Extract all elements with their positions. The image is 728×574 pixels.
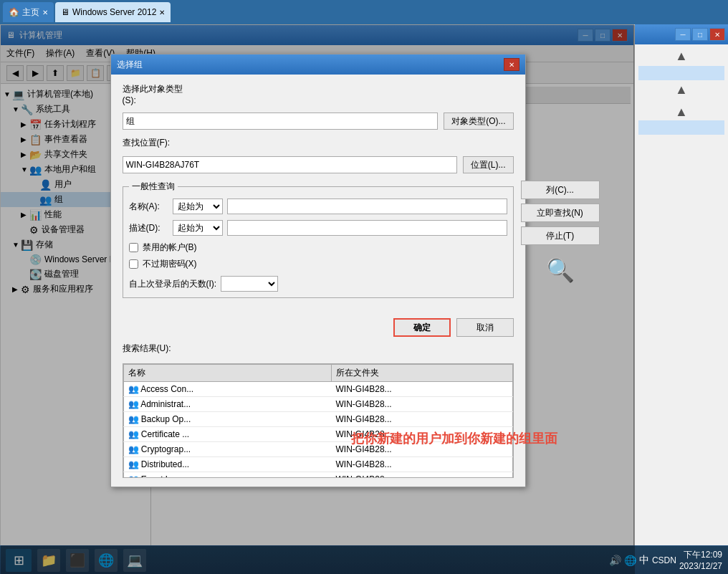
- home-icon: 🏠: [9, 7, 19, 17]
- disabled-account-row: 禁用的帐户(B): [129, 241, 507, 254]
- stop-button[interactable]: 停止(T): [521, 226, 600, 245]
- desc-query-label: 描述(D):: [129, 222, 168, 234]
- neverexpires-checkbox[interactable]: [129, 259, 138, 269]
- name-condition-select[interactable]: 起始为 完全相同: [173, 198, 223, 214]
- scroll-up-2[interactable]: ▲: [638, 105, 725, 120]
- right-close-btn[interactable]: ✕: [709, 28, 725, 41]
- magnifier-icon: 🔍: [546, 257, 575, 284]
- location-label: 查找位置(F):: [123, 137, 187, 149]
- scroll-down[interactable]: ▲: [638, 81, 725, 99]
- dialog-overlay: 选择组 ✕ 选择此对象类型(S): 对象类型(O)... 查找位置(F):: [1, 25, 635, 574]
- scroll-thumb-2[interactable]: [638, 120, 724, 135]
- results-row[interactable]: 👥 Event Log ...WIN-GI4B28...: [123, 472, 512, 479]
- right-minimize-btn[interactable]: ─: [675, 28, 691, 41]
- clock: 下午12:09 2023/12/27: [679, 549, 722, 571]
- results-row[interactable]: 👥 Certificate ...WIN-GI4B28...: [123, 427, 512, 442]
- results-col-name: 名称: [123, 365, 332, 382]
- object-type-label: 选择此对象类型(S):: [123, 83, 187, 105]
- dialog-body: 选择此对象类型(S): 对象类型(O)... 查找位置(F): 位置(L)...: [111, 75, 525, 307]
- desc-condition-select[interactable]: 起始为 完全相同: [173, 220, 223, 236]
- row-user-icon: 👥: [128, 474, 141, 478]
- row-user-icon: 👥: [128, 384, 141, 394]
- select-group-dialog: 选择组 ✕ 选择此对象类型(S): 对象类型(O)... 查找位置(F):: [110, 54, 526, 487]
- results-row[interactable]: 👥 Access Con...WIN-GI4B28...: [123, 382, 512, 397]
- search-now-button[interactable]: 立即查找(N): [521, 204, 600, 222]
- row-user-icon: 👥: [128, 429, 141, 439]
- neverexpires-row: 不过期密码(X): [129, 258, 507, 270]
- row-user-icon: 👥: [128, 399, 141, 409]
- search-results-label: 搜索结果(U):: [123, 343, 514, 355]
- tab-server[interactable]: 🖥 Windows Server 2012 ✕: [55, 2, 171, 22]
- days-row: 自上次登录后的天数(I):: [129, 276, 507, 292]
- results-row[interactable]: 👥 Backup Op...WIN-GI4B28...: [123, 412, 512, 427]
- disabled-account-label: 禁用的帐户(B): [143, 241, 197, 254]
- ok-button[interactable]: 确定: [393, 318, 451, 337]
- dialog-close-button[interactable]: ✕: [504, 58, 519, 71]
- right-action-buttons: 列(C)... 立即查找(N) 停止(T) 🔍: [521, 181, 600, 284]
- csdn-label: CSDN: [652, 555, 676, 565]
- desc-query-input[interactable]: [227, 220, 507, 236]
- days-label: 自上次登录后的天数(I):: [129, 278, 217, 290]
- name-query-label: 名称(A):: [129, 201, 168, 213]
- object-type-button[interactable]: 对象类型(O)...: [444, 113, 513, 130]
- location-label-row: 查找位置(F):: [123, 137, 514, 149]
- columns-button[interactable]: 列(C)...: [521, 181, 600, 199]
- object-type-input-row: 对象类型(O)...: [123, 113, 514, 130]
- general-query-fieldset: 一般性查询 名称(A): 起始为 完全相同 描述(D):: [123, 181, 514, 298]
- right-maximize-btn[interactable]: □: [692, 28, 708, 41]
- ime-icon: 中: [639, 554, 649, 567]
- cancel-button[interactable]: 取消: [456, 318, 514, 337]
- search-icon-container: 🔍: [521, 257, 600, 284]
- object-type-row: 选择此对象类型(S):: [123, 83, 514, 105]
- location-input[interactable]: [123, 156, 457, 173]
- location-input-row: 位置(L)...: [123, 156, 514, 173]
- results-row[interactable]: 👥 Administrat...WIN-GI4B28...: [123, 397, 512, 412]
- app-window: 🖥 计算机管理 ─ □ ✕ 文件(F) 操作(A) 查看(V) 帮助(H) ◀ …: [0, 24, 634, 574]
- name-query-row: 名称(A): 起始为 完全相同: [129, 198, 507, 214]
- right-panel-content: ▲ ▲ ▲: [635, 44, 728, 574]
- name-query-input[interactable]: [227, 198, 507, 214]
- general-query-legend: 一般性查询: [129, 181, 178, 193]
- object-type-input[interactable]: [123, 113, 439, 130]
- neverexpires-label: 不过期密码(X): [143, 258, 197, 270]
- dialog-title: 选择组: [117, 59, 143, 71]
- tab-bar[interactable]: 🏠 主页 ✕ 🖥 Windows Server 2012 ✕: [0, 0, 728, 24]
- row-user-icon: 👥: [128, 414, 141, 424]
- dialog-titlebar: 选择组 ✕: [111, 54, 525, 75]
- server-icon: 🖥: [61, 7, 70, 17]
- tab-server-close[interactable]: ✕: [159, 9, 165, 16]
- scroll-thumb[interactable]: [638, 66, 724, 80]
- row-user-icon: 👥: [128, 444, 141, 454]
- right-panel-titlebar: ─ □ ✕: [635, 24, 728, 44]
- desc-query-row: 描述(D): 起始为 完全相同: [129, 220, 507, 236]
- dialog-footer: 确定 取消 搜索结果(U): 名称 所在文件夹: [111, 307, 525, 487]
- results-scroll-container[interactable]: 名称 所在文件夹 👥 Access Con...WIN-GI4B28...👥 A…: [123, 363, 514, 478]
- scroll-up[interactable]: ▲: [638, 47, 725, 65]
- tab-home-close[interactable]: ✕: [42, 9, 48, 16]
- results-table: 名称 所在文件夹 👥 Access Con...WIN-GI4B28...👥 A…: [123, 364, 513, 478]
- ok-cancel-row: 确定 取消: [123, 318, 514, 337]
- right-panel: ─ □ ✕ ▲ ▲ ▲: [634, 24, 728, 574]
- results-row[interactable]: 👥 Cryptograp...WIN-GI4B28...: [123, 442, 512, 457]
- results-col-folder: 所在文件夹: [332, 365, 512, 382]
- results-row[interactable]: 👥 Distributed...WIN-GI4B28...: [123, 457, 512, 472]
- days-select[interactable]: [221, 276, 278, 292]
- location-button[interactable]: 位置(L)...: [463, 156, 514, 173]
- disabled-account-checkbox[interactable]: [129, 243, 138, 252]
- tab-home[interactable]: 🏠 主页 ✕: [3, 2, 54, 22]
- general-query-section: 一般性查询 名称(A): 起始为 完全相同 描述(D):: [123, 181, 514, 298]
- row-user-icon: 👥: [128, 459, 141, 469]
